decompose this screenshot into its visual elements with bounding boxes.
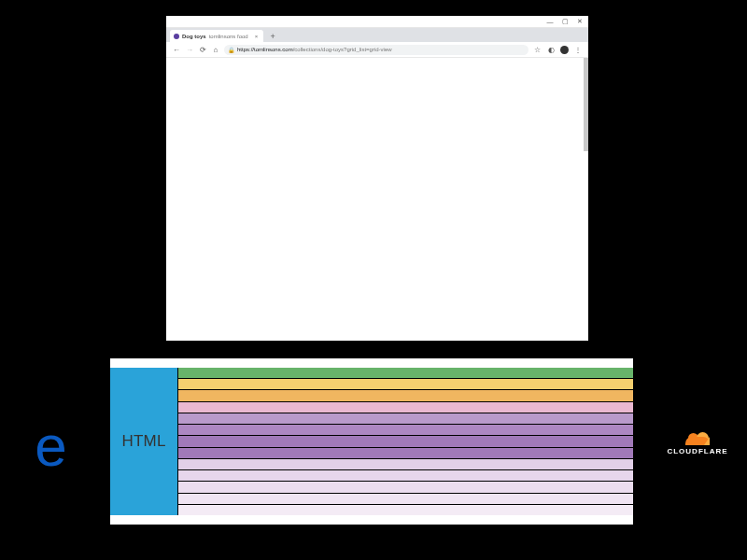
url-path: /collections/dog-toys?grid_list=grid-vie… <box>293 47 392 52</box>
diagram-row <box>177 402 633 413</box>
tab-title-secondary: tomlinsons food <box>209 34 248 39</box>
extension-icon[interactable]: ◐ <box>546 45 556 54</box>
diagram-row <box>177 425 633 436</box>
edge-browser-logo-icon: e <box>20 414 82 477</box>
star-icon[interactable]: ☆ <box>532 45 542 54</box>
tab-title-primary: Dog toys <box>182 34 206 39</box>
diagram-row <box>177 470 633 482</box>
diagram-row <box>177 459 633 470</box>
reload-button[interactable]: ⟳ <box>198 45 207 54</box>
lock-icon: 🔒 <box>228 47 234 53</box>
window-minimize-button[interactable]: — <box>545 17 555 26</box>
cloudflare-wordmark: CLOUDFLARE <box>667 447 727 455</box>
address-bar: ← → ⟳ ⌂ 🔒 https://tomlinsons.com/collect… <box>166 42 588 58</box>
diagram-inner: HTML <box>110 368 633 515</box>
tab-close-icon[interactable]: × <box>255 34 259 39</box>
cloudflare-cloud-icon <box>684 432 712 445</box>
diagram-row <box>177 413 633 425</box>
forward-button[interactable]: → <box>185 45 194 54</box>
html-stream-diagram: HTML <box>110 358 633 525</box>
page-viewport <box>166 58 588 341</box>
diagram-row <box>177 482 633 493</box>
cloudflare-logo: CLOUDFLARE <box>655 432 740 460</box>
window-titlebar: — ▢ ✕ <box>166 16 588 28</box>
window-maximize-button[interactable]: ▢ <box>560 17 570 26</box>
diagram-row <box>177 436 633 447</box>
new-tab-button[interactable]: + <box>267 31 278 42</box>
diagram-row <box>177 390 633 401</box>
browser-tab[interactable]: Dog toys tomlinsons food × <box>170 30 263 42</box>
url-text: https://tomlinsons.com/collections/dog-t… <box>237 47 392 52</box>
browser-window: — ▢ ✕ Dog toys tomlinsons food × + ← → ⟳… <box>166 16 588 339</box>
diagram-label: HTML <box>110 368 177 515</box>
diagram-row <box>177 494 633 505</box>
kebab-menu-icon[interactable]: ⋮ <box>573 45 583 54</box>
diagram-row <box>177 368 633 379</box>
toolbar-right: ☆ ◐ ⋮ <box>532 45 583 54</box>
vertical-scrollbar[interactable] <box>584 58 588 151</box>
favicon-icon <box>174 34 179 39</box>
url-host: https://tomlinsons.com <box>237 47 293 52</box>
profile-avatar[interactable] <box>560 46 569 54</box>
diagram-rows <box>177 368 633 515</box>
window-close-button[interactable]: ✕ <box>575 17 585 26</box>
back-button[interactable]: ← <box>172 45 181 54</box>
url-field[interactable]: 🔒 https://tomlinsons.com/collections/dog… <box>224 45 529 55</box>
diagram-row <box>177 448 633 459</box>
home-button[interactable]: ⌂ <box>211 45 220 54</box>
diagram-row <box>177 505 633 515</box>
diagram-row <box>177 379 633 390</box>
tab-strip: Dog toys tomlinsons food × + <box>166 28 588 42</box>
